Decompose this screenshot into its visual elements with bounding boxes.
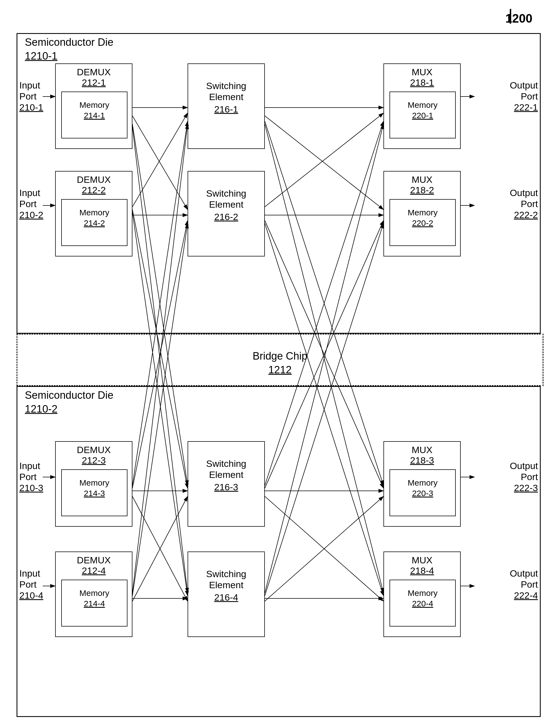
input-port2-label3: 210-2: [19, 210, 43, 220]
input-port1-label1: Input: [19, 80, 40, 91]
mem-demux2-label2: 214-2: [62, 219, 127, 228]
mem-mux1-label2: 220-1: [390, 111, 455, 120]
output-port4-label2: Port: [521, 579, 538, 590]
mux3-label1: MUX: [384, 444, 460, 455]
output-port2-label3: 222-2: [514, 210, 538, 220]
output-port3-label1: Output: [510, 460, 538, 471]
mux1-label2: 218-1: [384, 77, 460, 88]
demux4-label1: DEMUX: [56, 555, 132, 566]
mem-demux4-box: Memory 214-4: [61, 580, 127, 626]
output-port1-label1: Output: [510, 80, 538, 91]
sw1-label3: 216-1: [188, 104, 264, 115]
input-port4-label2: Port: [19, 579, 36, 590]
page: 1200 / Semiconductor Die 1210-1 Semicond…: [0, 0, 560, 728]
demux1-label1: DEMUX: [56, 67, 132, 78]
sw1-box: Switching Element 216-1: [188, 63, 265, 149]
mem-mux4-label1: Memory: [390, 588, 455, 598]
sw2-label1: Switching: [188, 188, 264, 199]
mem-demux3-label1: Memory: [62, 478, 127, 487]
input-port3-label2: Port: [19, 471, 36, 482]
mem-demux2-label1: Memory: [62, 208, 127, 217]
mux1-box: MUX 218-1 Memory 220-1: [383, 63, 461, 149]
bridge-label2: 1212: [0, 364, 560, 376]
sw2-label3: 216-2: [188, 212, 264, 222]
output-port2-label1: Output: [510, 188, 538, 198]
mem-demux4-label2: 214-4: [62, 599, 127, 608]
input-port2-label1: Input: [19, 188, 40, 198]
mem-mux3-label1: Memory: [390, 478, 455, 487]
sw3-label2: Element: [188, 469, 264, 480]
demux1-label2: 212-1: [56, 77, 132, 88]
mux3-box: MUX 218-3 Memory 220-3: [383, 441, 461, 527]
die-top-label1: Semiconductor Die: [25, 36, 113, 48]
output-port3-label3: 222-3: [514, 482, 538, 493]
input-port2-label2: Port: [19, 199, 36, 209]
demux1-box: DEMUX 212-1 Memory 214-1: [55, 63, 132, 149]
mem-mux2-box: Memory 220-2: [390, 199, 456, 246]
sw3-label3: 216-3: [188, 482, 264, 492]
input-port4-label3: 210-4: [19, 590, 43, 601]
mem-mux3-label2: 220-3: [390, 489, 455, 498]
output-port4-label3: 222-4: [514, 590, 538, 601]
die-top-label2: 1210-1: [25, 50, 57, 62]
mem-mux1-box: Memory 220-1: [390, 92, 456, 138]
demux3-label2: 212-3: [56, 455, 132, 466]
sw2-label2: Element: [188, 199, 264, 210]
sw4-label3: 216-4: [188, 592, 264, 603]
input-port1-label2: Port: [19, 91, 36, 102]
demux3-label1: DEMUX: [56, 444, 132, 455]
mem-demux4-label1: Memory: [62, 588, 127, 598]
mux4-box: MUX 218-4 Memory 220-4: [383, 551, 461, 637]
bridge-top-line: [17, 334, 541, 335]
mem-mux1-label1: Memory: [390, 100, 455, 110]
sw3-box: Switching Element 216-3: [188, 441, 265, 527]
bridge-bottom-line: [17, 385, 541, 386]
sw1-label1: Switching: [188, 81, 264, 91]
demux2-label2: 212-2: [56, 185, 132, 196]
sw3-label1: Switching: [188, 458, 264, 469]
mem-mux2-label1: Memory: [390, 208, 455, 217]
mux4-label2: 218-4: [384, 565, 460, 576]
output-port4-label1: Output: [510, 568, 538, 579]
mem-demux3-box: Memory 214-3: [61, 469, 127, 516]
demux2-box: DEMUX 212-2 Memory 214-2: [55, 171, 132, 257]
mux2-box: MUX 218-2 Memory 220-2: [383, 171, 461, 257]
sw4-label1: Switching: [188, 569, 264, 579]
mem-mux3-box: Memory 220-3: [390, 469, 456, 516]
sw4-label2: Element: [188, 580, 264, 590]
mem-demux1-label1: Memory: [62, 100, 127, 110]
output-port3-label2: Port: [521, 471, 538, 482]
mux3-label2: 218-3: [384, 455, 460, 466]
mux2-label1: MUX: [384, 174, 460, 185]
die-bottom-label2: 1210-2: [25, 403, 57, 415]
demux3-box: DEMUX 212-3 Memory 214-3: [55, 441, 132, 527]
output-port2-label2: Port: [521, 199, 538, 209]
mux4-label1: MUX: [384, 555, 460, 566]
mem-demux1-box: Memory 214-1: [61, 92, 127, 138]
mem-demux2-box: Memory 214-2: [61, 199, 127, 246]
input-port3-label3: 210-3: [19, 482, 43, 493]
mem-mux2-label2: 220-2: [390, 219, 455, 228]
mem-demux1-label2: 214-1: [62, 111, 127, 120]
input-port4-label1: Input: [19, 568, 40, 579]
sw2-box: Switching Element 216-2: [188, 171, 265, 257]
input-port3-label1: Input: [19, 460, 40, 471]
mux2-label2: 218-2: [384, 185, 460, 196]
mem-demux3-label2: 214-3: [62, 489, 127, 498]
input-port1-label3: 210-1: [19, 102, 43, 113]
output-port1-label3: 222-1: [514, 102, 538, 113]
die-bottom-label1: Semiconductor Die: [25, 389, 113, 401]
mem-mux4-label2: 220-4: [390, 599, 455, 608]
sw4-box: Switching Element 216-4: [188, 551, 265, 637]
mux1-label1: MUX: [384, 67, 460, 78]
demux4-label2: 212-4: [56, 565, 132, 576]
output-port1-label2: Port: [521, 91, 538, 102]
demux2-label1: DEMUX: [56, 174, 132, 185]
demux4-box: DEMUX 212-4 Memory 214-4: [55, 551, 132, 637]
mem-mux4-box: Memory 220-4: [390, 580, 456, 626]
bridge-label1: Bridge Chip: [0, 350, 560, 362]
sw1-label2: Element: [188, 92, 264, 102]
